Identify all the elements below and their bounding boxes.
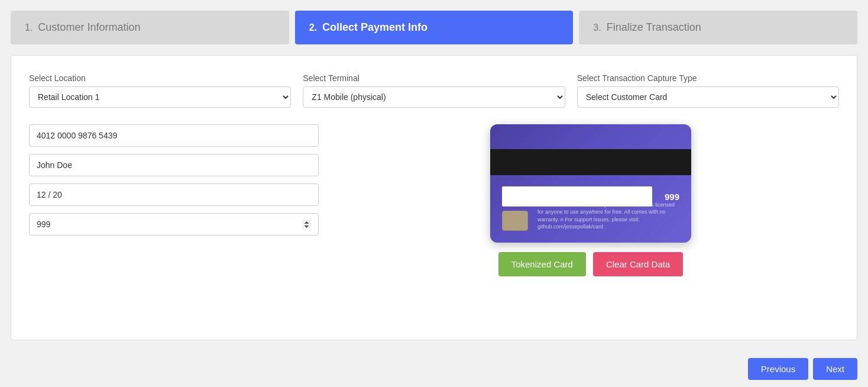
step-1-number: 1.	[25, 22, 33, 33]
card-buttons: Tokenized Card Clear Card Data	[498, 252, 684, 276]
terminal-group: Select Terminal Z1 Mobile (physical) Z1 …	[303, 73, 565, 108]
capture-type-group: Select Transaction Capture Type Select C…	[577, 73, 839, 108]
cvv-input[interactable]	[29, 213, 319, 236]
step-1-label: Customer Information	[38, 21, 140, 33]
card-number-input[interactable]	[29, 124, 319, 147]
card-section: 999 This card has been issued by Jesse P…	[342, 124, 839, 276]
next-button[interactable]: Next	[813, 358, 857, 380]
step-3-number: 3.	[593, 22, 601, 33]
location-group: Select Location Retail Location 1 Retail…	[29, 73, 291, 108]
location-label: Select Location	[29, 73, 291, 83]
terminal-label: Select Terminal	[303, 73, 565, 83]
location-select[interactable]: Retail Location 1 Retail Location 2	[29, 86, 291, 108]
step-2[interactable]: 2. Collect Payment Info	[295, 11, 574, 44]
step-3[interactable]: 3. Finalize Transaction	[579, 11, 857, 44]
card-stripe	[490, 149, 691, 175]
capture-type-select[interactable]: Select Customer Card Manual Entry	[577, 86, 839, 108]
card-holder-input[interactable]	[29, 154, 319, 176]
step-1[interactable]: 1. Customer Information	[11, 11, 289, 44]
clear-card-data-button[interactable]: Clear Card Data	[593, 252, 683, 276]
step-2-label: Collect Payment Info	[322, 21, 427, 33]
step-3-label: Finalize Transaction	[607, 21, 701, 33]
previous-button[interactable]: Previous	[748, 358, 808, 380]
navigation-row: Previous Next	[0, 351, 868, 387]
steps-bar: 1. Customer Information 2. Collect Payme…	[0, 0, 868, 44]
payment-form	[29, 124, 319, 236]
terminal-select[interactable]: Z1 Mobile (physical) Z1 Virtual	[303, 86, 565, 108]
selects-row: Select Location Retail Location 1 Retail…	[29, 73, 839, 108]
card-cvv-number: 999	[658, 192, 679, 202]
step-2-number: 2.	[309, 22, 317, 33]
expiry-input[interactable]	[29, 183, 319, 206]
card-text-info: This card has been issued by Jesse Polla…	[537, 201, 679, 231]
credit-card-visual: 999 This card has been issued by Jesse P…	[490, 124, 691, 243]
card-chip	[502, 211, 528, 231]
form-card-row: 999 This card has been issued by Jesse P…	[29, 124, 839, 276]
capture-type-label: Select Transaction Capture Type	[577, 73, 839, 83]
main-card: Select Location Retail Location 1 Retail…	[11, 55, 857, 340]
card-info-row: This card has been issued by Jesse Polla…	[502, 201, 679, 231]
tokenized-card-button[interactable]: Tokenized Card	[498, 252, 586, 276]
